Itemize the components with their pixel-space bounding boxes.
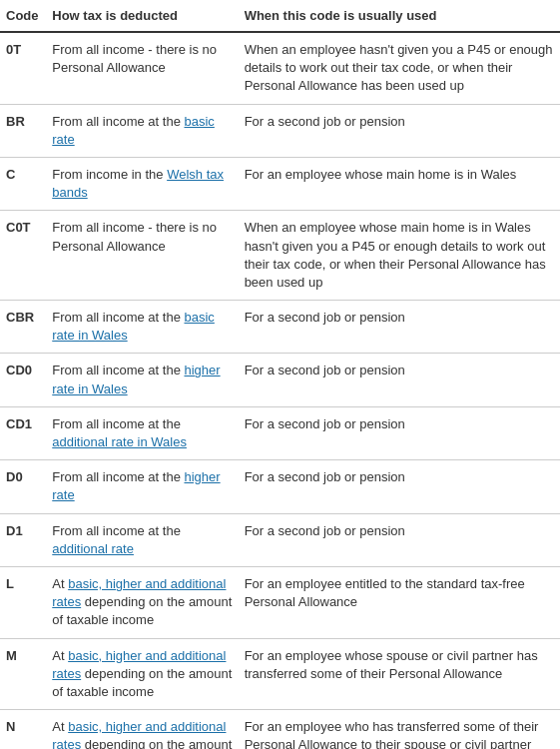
rate-link[interactable]: basic rate (52, 114, 215, 147)
code-cell: 0T (0, 32, 46, 104)
how-cell: From all income at the additional rate i… (46, 406, 238, 459)
code-cell: CD1 (0, 406, 46, 459)
code-cell: BR (0, 104, 46, 157)
when-cell: For a second job or pension (239, 406, 560, 459)
when-cell: For a second job or pension (239, 513, 560, 566)
header-how: How tax is deducted (46, 0, 238, 32)
rate-link[interactable]: additional rate in Wales (52, 434, 187, 449)
how-cell: At basic, higher and additional rates de… (46, 710, 238, 749)
code-cell: C (0, 157, 46, 210)
code-cell: N (0, 710, 46, 749)
how-cell: From income in the Welsh tax bands (46, 157, 238, 210)
table-row: CFrom income in the Welsh tax bandsFor a… (0, 157, 560, 210)
code-cell: L (0, 566, 46, 638)
how-cell: From all income at the additional rate (46, 513, 238, 566)
code-cell: D0 (0, 460, 46, 513)
table-row: C0TFrom all income - there is no Persona… (0, 211, 560, 301)
how-cell: At basic, higher and additional rates de… (46, 638, 238, 710)
when-cell: For a second job or pension (239, 354, 560, 406)
table-row: 0TFrom all income - there is no Personal… (0, 32, 560, 104)
how-cell: From all income at the higher rate in Wa… (46, 354, 238, 406)
when-cell: For an employee whose main home is in Wa… (239, 157, 560, 210)
rate-link[interactable]: basic, higher and additional rates (52, 648, 226, 681)
code-cell: CD0 (0, 354, 46, 406)
table-row: CD1From all income at the additional rat… (0, 406, 560, 459)
when-cell: For a second job or pension (239, 301, 560, 354)
how-cell: From all income - there is no Personal A… (46, 32, 238, 104)
rate-link[interactable]: basic, higher and additional rates (52, 576, 226, 609)
table-row: BRFrom all income at the basic rateFor a… (0, 104, 560, 157)
rate-link[interactable]: higher rate in Wales (52, 363, 220, 395)
header-code: Code (0, 0, 46, 32)
rate-link[interactable]: basic, higher and additional rates (52, 719, 226, 749)
table-row: CD0From all income at the higher rate in… (0, 354, 560, 406)
code-cell: C0T (0, 211, 46, 301)
how-cell: From all income at the basic rate (46, 104, 238, 157)
table-row: D0From all income at the higher rateFor … (0, 460, 560, 513)
rate-link[interactable]: additional rate (52, 541, 134, 556)
table-row: CBRFrom all income at the basic rate in … (0, 301, 560, 354)
when-cell: For an employee whose spouse or civil pa… (239, 638, 560, 710)
rate-link[interactable]: Welsh tax bands (52, 167, 224, 200)
table-row: LAt basic, higher and additional rates d… (0, 566, 560, 638)
table-row: NAt basic, higher and additional rates d… (0, 710, 560, 749)
when-cell: For an employee who has transferred some… (239, 710, 560, 749)
when-cell: When an employee hasn't given you a P45 … (239, 32, 560, 104)
how-cell: From all income at the higher rate (46, 460, 238, 513)
rate-link[interactable]: basic rate in Wales (52, 310, 215, 343)
table-row: D1From all income at the additional rate… (0, 513, 560, 566)
code-cell: D1 (0, 513, 46, 566)
when-cell: For an employee entitled to the standard… (239, 566, 560, 638)
when-cell: For a second job or pension (239, 104, 560, 157)
code-cell: M (0, 638, 46, 710)
when-cell: For a second job or pension (239, 460, 560, 513)
how-cell: At basic, higher and additional rates de… (46, 566, 238, 638)
code-cell: CBR (0, 301, 46, 354)
when-cell: When an employee whose main home is in W… (239, 211, 560, 301)
header-when: When this code is usually used (239, 0, 560, 32)
rate-link[interactable]: higher rate (52, 469, 220, 502)
how-cell: From all income at the basic rate in Wal… (46, 301, 238, 354)
table-row: MAt basic, higher and additional rates d… (0, 638, 560, 710)
how-cell: From all income - there is no Personal A… (46, 211, 238, 301)
